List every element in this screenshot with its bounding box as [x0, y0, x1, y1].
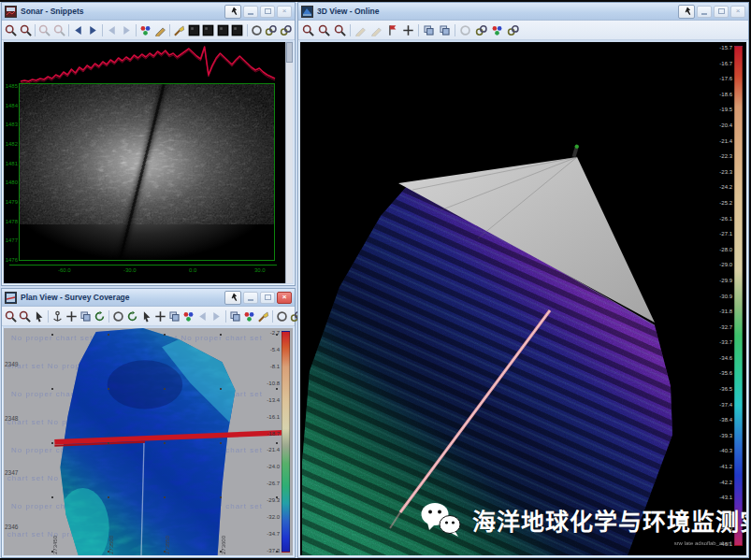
zoom-in-icon[interactable] — [4, 22, 19, 38]
sonar-close-button[interactable]: × — [277, 6, 292, 18]
zoom-in-icon[interactable] — [300, 22, 316, 38]
sonar-scrollbar[interactable] — [285, 42, 293, 283]
sonar-waterfall-image[interactable] — [19, 83, 275, 261]
view3d-minimize-button[interactable] — [697, 6, 712, 18]
sonar-maximize-button[interactable] — [260, 6, 275, 18]
anchor-icon[interactable] — [51, 309, 65, 324]
circle-tool-icon[interactable] — [275, 309, 289, 324]
sonar-scrollbar-thumb[interactable] — [286, 42, 293, 63]
axis-tick-label: 1483 — [6, 122, 18, 127]
snap-right-icon[interactable] — [120, 22, 135, 38]
colorbar-tick-label: -41.2 — [719, 464, 732, 469]
colorbar-tick-label: -31.8 — [719, 309, 732, 314]
colorbar-tick-label: -37.4 — [719, 402, 732, 408]
zoom-extents-icon[interactable] — [52, 22, 67, 38]
pencil-icon[interactable] — [153, 22, 168, 38]
palette-select-icon[interactable] — [181, 309, 195, 324]
display-mode-2-icon[interactable] — [201, 22, 216, 38]
depth-colorbar-3d — [734, 46, 743, 546]
toolbar-separator — [68, 24, 69, 36]
colorbar-tick-label: -29.9 — [719, 278, 732, 283]
colorbar-tick-label: -32.0 — [267, 514, 280, 520]
colorbar-tick-label: -34.6 — [719, 355, 732, 361]
pin-icon — [683, 7, 691, 16]
center-view-icon[interactable] — [65, 309, 79, 324]
view3d-window-title: 3D View - Online — [317, 7, 678, 16]
circle-tool-icon[interactable] — [457, 22, 473, 38]
move-icon[interactable] — [400, 22, 416, 38]
gain-brush-icon[interactable] — [172, 22, 187, 38]
plan-colorbar-labels: -2.7-5.4-8.1-10.8-13.4-16.1-18.7-21.4-24… — [267, 330, 280, 553]
prev-ping-icon[interactable] — [71, 22, 86, 38]
colorbar-tick-label: -28.0 — [719, 247, 732, 252]
zoom-window-icon[interactable] — [332, 22, 348, 38]
zoom-window-icon[interactable] — [37, 22, 52, 38]
next-icon[interactable] — [209, 309, 224, 324]
sonar-pin-button[interactable] — [224, 5, 241, 19]
plan-minimize-button[interactable] — [243, 292, 258, 304]
scene-mode-icon[interactable] — [437, 22, 453, 38]
circle-select-icon[interactable] — [111, 309, 125, 324]
plan-close-button[interactable]: × — [277, 292, 292, 304]
refresh-icon[interactable] — [125, 309, 139, 324]
sonar-y-axis: 1485148414831482148114801479147814771476 — [4, 83, 18, 263]
sonar-minimize-button[interactable] — [243, 6, 258, 18]
display-mode-3-icon[interactable] — [216, 22, 231, 38]
colorbar-tick-label: -34.7 — [267, 531, 280, 537]
sonar-view[interactable]: 1485148414831482148114801479147814771476… — [4, 42, 293, 283]
circle-select-icon[interactable] — [250, 22, 265, 38]
rotate-icon[interactable] — [93, 309, 107, 324]
display-mode-1-icon[interactable] — [187, 22, 202, 38]
layers-icon[interactable] — [421, 22, 437, 38]
colorbar-tick-label: -40.3 — [719, 448, 732, 453]
view3d-scene[interactable]: -15.7-16.7-17.6-18.6-19.5-20.4-21.4-22.3… — [300, 42, 746, 555]
view3d-close-button[interactable]: × — [730, 6, 745, 18]
sonar-titlebar[interactable]: Sonar - Snippets × — [2, 3, 295, 21]
palette-icon[interactable] — [138, 22, 153, 38]
pointer-icon[interactable] — [32, 309, 46, 324]
grid-select-icon[interactable] — [167, 309, 181, 324]
display-mode-4-icon[interactable] — [230, 22, 245, 38]
zoom-out-icon[interactable] — [316, 22, 332, 38]
plan-window-icon — [5, 292, 17, 304]
toolbar-separator — [169, 24, 170, 36]
colorbar-tick-label: -16.1 — [267, 414, 280, 420]
zoom-in-icon[interactable] — [4, 309, 18, 324]
link-settings-icon[interactable] — [505, 22, 521, 38]
layers-icon[interactable] — [228, 309, 242, 324]
measure-icon[interactable] — [384, 22, 400, 38]
depth-colorbar-labels-3d: -15.7-16.7-17.6-18.6-19.5-20.4-21.4-22.3… — [719, 45, 732, 547]
colorbar-tick-label: -21.4 — [719, 138, 732, 144]
plan-view[interactable]: No proper chart set No proper chart set … — [4, 328, 293, 555]
pencil-icon[interactable] — [353, 22, 368, 38]
snap-left-icon[interactable] — [105, 22, 120, 38]
colorbar-tick-label: -17.6 — [719, 76, 732, 81]
link-icon[interactable] — [473, 22, 489, 38]
colorbar-tick-label: -2.7 — [270, 330, 280, 336]
zoom-out-icon[interactable] — [18, 309, 32, 324]
pencil-2-icon[interactable] — [368, 22, 384, 38]
move-icon[interactable] — [153, 309, 167, 324]
axis-tick-label: 1476 — [6, 257, 18, 263]
axis-tick-label: 30.0 — [254, 267, 266, 273]
sonar-signal-trace — [17, 43, 281, 84]
zoom-out-icon[interactable] — [19, 22, 34, 38]
eraser-icon[interactable] — [79, 309, 93, 324]
plan-titlebar[interactable]: Plan View - Survey Coverage × — [2, 289, 295, 307]
colors-toggle-icon[interactable] — [242, 309, 256, 324]
next-ping-icon[interactable] — [86, 22, 101, 38]
view3d-pin-button[interactable] — [678, 5, 695, 19]
link-settings-icon[interactable] — [279, 22, 294, 38]
view3d-titlebar[interactable]: 3D View - Online × — [298, 3, 748, 21]
prev-icon[interactable] — [195, 309, 209, 324]
gain-brush-icon[interactable] — [256, 309, 270, 324]
link-icon[interactable] — [264, 22, 279, 38]
plan-maximize-button[interactable] — [260, 292, 275, 304]
globe-colors-icon[interactable] — [489, 22, 505, 38]
view3d-maximize-button[interactable] — [714, 6, 729, 18]
wechat-watermark: 海洋地球化学与环境监测实验室 — [420, 502, 746, 538]
select-plus-icon[interactable] — [139, 309, 153, 324]
colorbar-tick-label: -39.3 — [719, 433, 732, 438]
plan-pin-button[interactable] — [224, 291, 241, 305]
colorbar-tick-label: -42.2 — [719, 480, 732, 485]
